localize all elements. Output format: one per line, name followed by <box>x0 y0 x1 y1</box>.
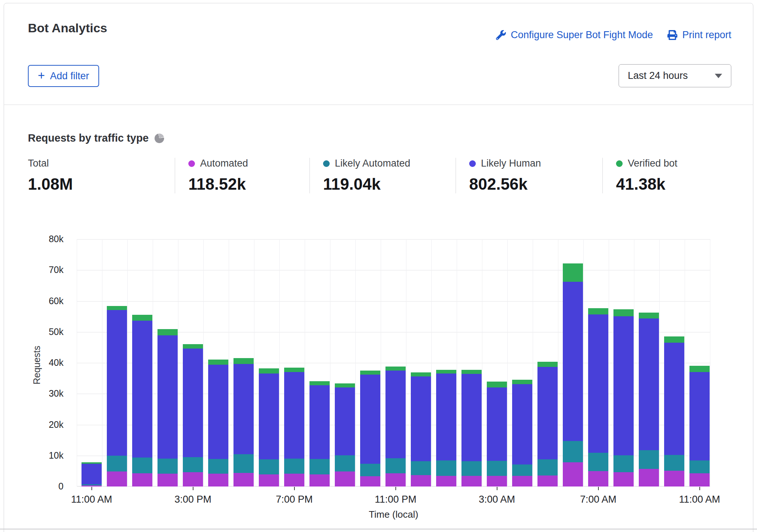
print-report-link[interactable]: Print report <box>667 29 731 41</box>
y-axis-tick-label: 20k <box>32 419 64 430</box>
stat-value: 118.52k <box>188 175 306 193</box>
bar-segment-likely-human <box>613 316 634 455</box>
gridline-vertical <box>609 239 609 487</box>
x-axis-tick-label: 11:00 AM <box>71 494 112 505</box>
gridline-horizontal <box>77 270 710 270</box>
gridline-vertical <box>482 239 482 487</box>
stat-automated: Automated118.52k <box>175 158 309 193</box>
time-range-value: Last 24 hours <box>628 70 688 81</box>
gridline-vertical <box>254 239 254 487</box>
configure-super-bot-fight-mode-link[interactable]: Configure Super Bot Fight Mode <box>496 29 653 41</box>
traffic-type-legend: Total1.08MAutomated118.52kLikely Automat… <box>28 158 735 193</box>
bar-segment-likely-automated <box>639 450 659 469</box>
gridline-vertical <box>229 239 229 487</box>
gridline-vertical <box>279 239 280 487</box>
bar-segment-verified-bot <box>82 462 102 464</box>
gridline-vertical <box>431 239 432 487</box>
gridline-vertical <box>355 239 356 487</box>
bar-segment-likely-automated <box>461 461 482 476</box>
bar-segment-automated <box>411 475 431 487</box>
bar-segment-likely-human <box>664 343 684 455</box>
stat-label-row: Automated <box>188 158 306 169</box>
bar-segment-automated <box>689 473 710 487</box>
bar-segment-verified-bot <box>537 362 558 367</box>
stat-label-row: Likely Automated <box>323 158 452 169</box>
pie-chart-icon <box>155 134 164 143</box>
configure-link-label: Configure Super Bot Fight Mode <box>511 29 653 41</box>
x-axis-tick <box>193 487 193 490</box>
section-title: Requests by traffic type <box>28 132 149 144</box>
bar-segment-likely-automated <box>664 455 684 471</box>
bar-segment-likely-human <box>512 384 532 464</box>
bar-segment-likely-human <box>563 282 583 441</box>
stat-value: 802.56k <box>469 175 599 193</box>
gridline-vertical <box>533 239 533 487</box>
bar-segment-likely-human <box>689 372 710 460</box>
y-axis-tick-label: 30k <box>32 388 64 399</box>
bar-segment-likely-automated <box>512 464 532 475</box>
wrench-icon <box>496 30 506 40</box>
bar-segment-likely-automated <box>563 441 583 462</box>
bar-segment-likely-human <box>360 375 380 464</box>
stat-label-row: Likely Human <box>469 158 599 169</box>
bar-segment-verified-bot <box>309 381 330 385</box>
stat-label: Automated <box>200 158 248 169</box>
bar-segment-verified-bot <box>208 360 228 365</box>
bar-segment-verified-bot <box>385 367 406 371</box>
bar-segment-likely-human <box>259 374 279 459</box>
bar-segment-verified-bot <box>588 308 608 314</box>
header-actions: Configure Super Bot Fight Mode Print rep… <box>496 29 731 41</box>
bar-segment-automated <box>208 474 228 487</box>
time-range-select[interactable]: Last 24 hours <box>619 64 731 87</box>
gridline-vertical <box>127 239 128 487</box>
gridline-horizontal <box>77 301 710 302</box>
bar-segment-likely-automated <box>436 460 456 475</box>
x-axis-tick-label: 3:00 PM <box>174 494 211 505</box>
x-axis-tick <box>598 487 599 490</box>
bar-segment-likely-automated <box>537 459 558 475</box>
bar-segment-likely-automated <box>588 453 608 471</box>
bar-segment-automated <box>233 473 254 487</box>
bar-segment-likely-human <box>639 318 659 451</box>
bar-segment-automated <box>157 474 178 487</box>
bar-segment-automated <box>563 462 583 487</box>
bar-segment-likely-human <box>284 372 304 459</box>
bar-segment-automated <box>335 471 355 487</box>
bar-segment-verified-bot <box>360 371 380 375</box>
stat-verified-bot: Verified bot41.38k <box>602 158 735 193</box>
bar-segment-automated <box>487 476 507 487</box>
legend-dot <box>616 160 623 167</box>
bar-segment-likely-automated <box>233 454 254 473</box>
stat-likely-automated: Likely Automated119.04k <box>309 158 456 193</box>
chevron-down-icon <box>715 74 722 78</box>
bar-segment-verified-bot <box>563 263 583 282</box>
gridline-vertical <box>153 239 153 487</box>
bar-segment-verified-bot <box>183 344 203 349</box>
bar-segment-verified-bot <box>157 329 178 335</box>
bar-segment-likely-human <box>107 310 127 456</box>
stat-value: 119.04k <box>323 175 452 193</box>
bar-segment-likely-automated <box>259 459 279 474</box>
bar-segment-automated <box>461 476 482 487</box>
bar-segment-likely-human <box>157 335 178 459</box>
x-axis-tick-label: 11:00 PM <box>375 494 417 505</box>
bar-segment-verified-bot <box>487 382 507 387</box>
y-axis-tick-label: 70k <box>32 265 64 275</box>
bar-segment-verified-bot <box>613 309 634 316</box>
stat-label-row: Total <box>28 158 171 169</box>
add-filter-button[interactable]: + Add filter <box>28 65 99 87</box>
y-axis-tick-label: 50k <box>32 327 64 337</box>
gridline-vertical <box>659 239 660 487</box>
bar-segment-verified-bot <box>284 368 304 372</box>
x-axis-tick <box>294 487 295 490</box>
stat-label-row: Verified bot <box>616 158 731 169</box>
bar-segment-likely-human <box>335 387 355 455</box>
bar-segment-verified-bot <box>436 370 456 374</box>
bar-segment-automated <box>436 476 456 487</box>
gridline-vertical <box>457 239 457 487</box>
gridline-vertical <box>203 239 204 487</box>
stat-label: Total <box>28 158 49 169</box>
bar-segment-automated <box>588 471 608 487</box>
stat-total: Total1.08M <box>28 158 175 193</box>
bar-segment-verified-bot <box>411 372 431 376</box>
